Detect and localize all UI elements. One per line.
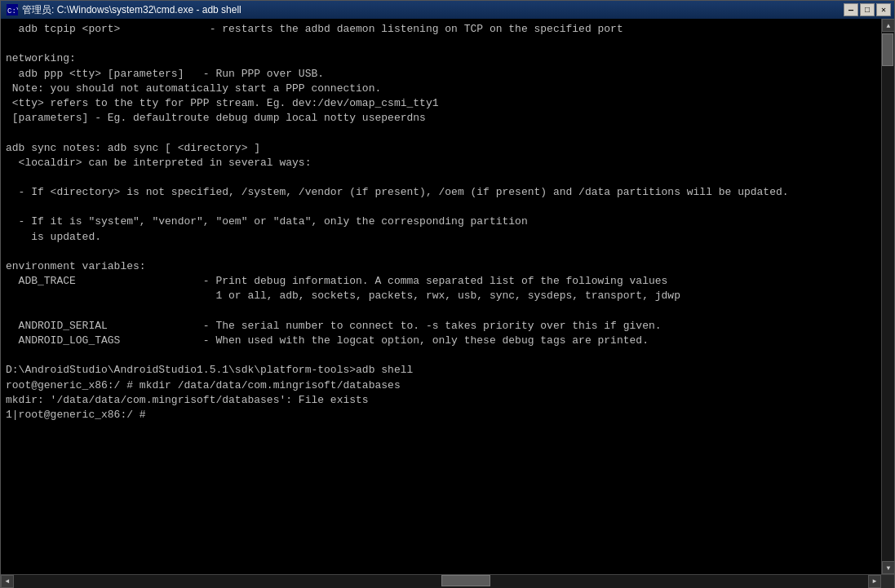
terminal-output[interactable]: adb tcpip <port> - restarts the adbd dae… <box>1 19 881 574</box>
scroll-thumb-h[interactable] <box>441 575 490 586</box>
vertical-scrollbar[interactable]: ▲ ▼ <box>881 19 894 574</box>
scroll-right-button[interactable]: ► <box>868 575 881 588</box>
scroll-up-button[interactable]: ▲ <box>882 19 894 32</box>
scroll-track-v[interactable] <box>882 32 894 561</box>
close-button[interactable]: ✕ <box>876 3 891 16</box>
scrollbar-corner <box>881 575 894 588</box>
cmd-window: C:\ 管理员: C:\Windows\system32\cmd.exe - a… <box>0 0 895 588</box>
window-controls: — □ ✕ <box>844 3 891 16</box>
minimize-button[interactable]: — <box>844 3 858 16</box>
content-area: adb tcpip <port> - restarts the adbd dae… <box>1 19 894 574</box>
horizontal-scrollbar[interactable]: ◄ ► <box>1 574 894 587</box>
svg-text:C:\: C:\ <box>7 7 18 15</box>
scroll-left-button[interactable]: ◄ <box>1 575 14 588</box>
cmd-icon: C:\ <box>6 3 19 16</box>
scroll-thumb-v[interactable] <box>882 33 893 66</box>
maximize-button[interactable]: □ <box>860 3 875 16</box>
scroll-down-button[interactable]: ▼ <box>882 561 894 574</box>
titlebar: C:\ 管理员: C:\Windows\system32\cmd.exe - a… <box>1 1 894 19</box>
window-title: 管理员: C:\Windows\system32\cmd.exe - adb s… <box>22 3 889 17</box>
scroll-track-h[interactable] <box>14 575 868 588</box>
